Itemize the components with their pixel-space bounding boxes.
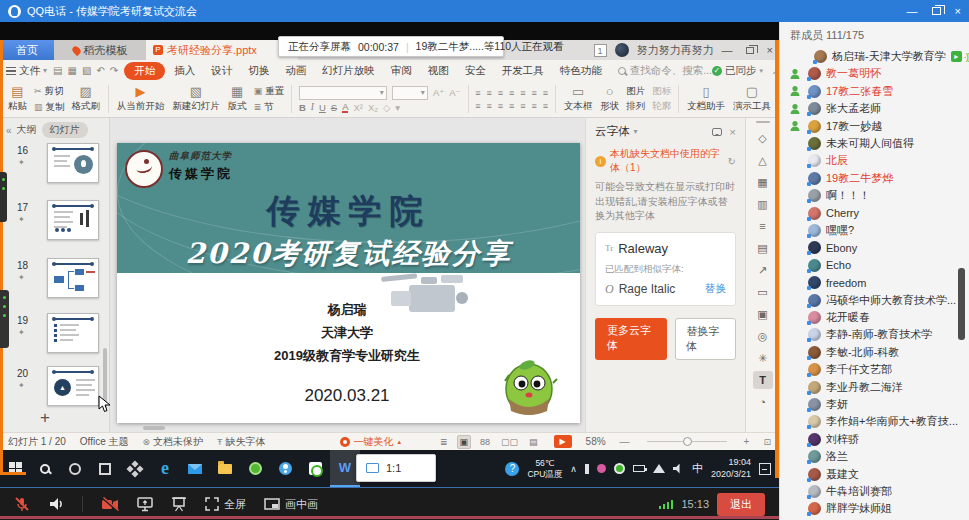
text-tool-icon[interactable]: T	[753, 371, 773, 389]
fit-screen-button[interactable]: ⊡	[763, 437, 771, 447]
theme-status[interactable]: Office 主题	[80, 435, 129, 449]
bullets-icon[interactable]: ≡	[475, 88, 480, 98]
member-row[interactable]: 17教二张春雪	[780, 83, 969, 100]
speaker-button[interactable]	[48, 496, 64, 512]
decor-icon[interactable]: ✳	[753, 349, 773, 367]
smart-align-icon[interactable]: ≡	[543, 101, 548, 111]
member-row[interactable]: 李千仟文艺部	[780, 361, 969, 378]
ribbon-tab[interactable]: 开发工具	[495, 62, 551, 80]
replace-link[interactable]: 替换	[705, 282, 726, 296]
wifi-tray-icon[interactable]	[653, 464, 665, 473]
command-search[interactable]: 查找命令、搜索...	[618, 64, 712, 78]
slideshow-view-icon[interactable]: ▤	[527, 436, 540, 448]
italic-button[interactable]: I	[311, 102, 314, 112]
strikethrough-button[interactable]: S	[331, 102, 337, 113]
font-name-select[interactable]: ▾	[299, 86, 387, 100]
member-row[interactable]: 教一葛明怀	[780, 65, 969, 82]
docked-toolbar-handle[interactable]	[0, 290, 9, 348]
ribbon-tab[interactable]: 幻灯片放映	[315, 62, 382, 80]
export-icon[interactable]: ↗	[753, 261, 773, 279]
columns-icon[interactable]: ≡	[543, 88, 548, 98]
shapes-button[interactable]: ○ 形状	[596, 85, 623, 113]
picture-tool-icon[interactable]: ▣	[753, 305, 773, 323]
numbering-icon[interactable]: ≡	[487, 88, 492, 98]
protection-status[interactable]: ⊗ 文档未保护	[143, 435, 204, 449]
help-tray-icon[interactable]: ?	[505, 462, 519, 476]
member-row[interactable]: 19教二牛梦烨	[780, 170, 969, 187]
replace-font-button[interactable]: 替换字体	[675, 318, 736, 360]
slide-thumbnail[interactable]	[47, 200, 99, 240]
member-row[interactable]: 北辰	[780, 152, 969, 169]
member-row[interactable]: 李敏-北师-科教	[780, 344, 969, 361]
arrange-button[interactable]: 排列	[626, 100, 645, 113]
member-row[interactable]: Ebony	[780, 239, 969, 256]
zoom-slider-knob[interactable]	[683, 437, 692, 446]
slides-tab[interactable]: 幻灯片	[42, 122, 88, 138]
taskbar-preview[interactable]: 1:1	[356, 454, 436, 482]
volume-tray-icon[interactable]	[673, 464, 684, 474]
outline-tab[interactable]: 大纲	[17, 123, 37, 137]
slide-thumbnail[interactable]	[47, 313, 99, 353]
icons-lib-button[interactable]: 图标	[652, 85, 671, 98]
drive-tray-icon[interactable]	[614, 463, 625, 474]
undo-icon[interactable]: ↶	[96, 65, 104, 76]
zoom-out-button[interactable]: —	[620, 436, 630, 447]
ribbon-tab[interactable]: 审阅	[384, 62, 419, 80]
doc-assistant-button[interactable]: ▯ 文档助手	[683, 85, 729, 113]
account-name[interactable]: 努力努力再努力	[637, 43, 714, 58]
start-button[interactable]	[0, 450, 30, 487]
camera-off-button[interactable]	[101, 497, 119, 512]
ime-indicator[interactable]: 中	[692, 461, 703, 476]
pip-button[interactable]: 画中画	[264, 497, 318, 512]
justify-icon[interactable]: ≡	[509, 101, 514, 111]
mail-app[interactable]	[180, 450, 210, 487]
slide-thumbnail[interactable]	[47, 258, 99, 298]
missing-font-status[interactable]: Ŧ 缺失字体	[217, 435, 266, 449]
tray-expand-icon[interactable]: ∧	[570, 464, 577, 474]
font-color-button[interactable]: A	[342, 102, 348, 113]
tab-document[interactable]: P 考研经验分享.pptx ×	[146, 40, 298, 60]
member-row[interactable]: 牛犇培训赛部	[780, 483, 969, 500]
feedback-icon[interactable]	[712, 128, 722, 136]
indent-increase-icon[interactable]: ≡	[509, 88, 514, 98]
slide-1[interactable]: 曲阜师范大学 传媒学院 传媒学院 2020考研复试经验分享	[117, 143, 580, 423]
indent-decrease-icon[interactable]: ≡	[498, 88, 503, 98]
copy-button[interactable]: ▥复制	[34, 101, 65, 114]
zoom-in-button[interactable]: +	[744, 436, 750, 447]
print-preview-icon[interactable]: ▧	[82, 65, 91, 76]
notes-view-icon[interactable]: ≣	[438, 436, 450, 448]
canvas-horizontal-scrollbar[interactable]	[143, 426, 165, 430]
slide-canvas[interactable]: 曲阜师范大学 传媒学院 传媒学院 2020考研复试经验分享	[110, 118, 585, 432]
highlight-button[interactable]: ◇	[383, 102, 390, 113]
play-from-current-button[interactable]: ▶ 从当前开始	[113, 85, 169, 113]
docked-toolbar-handle[interactable]	[0, 172, 7, 222]
new-slide-button[interactable]: ▧ 新建幻灯片	[168, 85, 224, 113]
cut-button[interactable]: ✂剪切	[34, 85, 65, 98]
present-tools-button[interactable]: ▢ 演示工具	[729, 85, 775, 113]
picture-button[interactable]: 图片	[626, 85, 645, 98]
text-direction-icon[interactable]: ≡	[532, 88, 537, 98]
wps-close-icon[interactable]: ×	[767, 44, 773, 56]
sorter-view-icon[interactable]: 88	[478, 436, 492, 448]
ribbon-tab[interactable]: 插入	[167, 62, 202, 80]
synced-button[interactable]: ✓ 已同步 ▾	[712, 64, 763, 78]
normal-view-icon[interactable]: ▣	[457, 435, 472, 449]
ribbon-tab[interactable]: 开始	[124, 62, 165, 80]
image-viewer[interactable]	[300, 450, 330, 487]
clock[interactable]: 19:04 2020/3/21	[711, 457, 751, 480]
wps-minimize-icon[interactable]: —	[722, 44, 733, 56]
zoom-level[interactable]: 58%	[586, 436, 606, 447]
superscript-button[interactable]: X²	[353, 102, 363, 113]
contacts-app[interactable]	[270, 450, 300, 487]
whiteboard-button[interactable]	[171, 497, 187, 512]
subscript-button[interactable]: X₂	[368, 102, 378, 113]
close-panel-icon[interactable]: ×	[729, 126, 736, 138]
member-row[interactable]: 李妍	[780, 396, 969, 413]
member-row[interactable]: 花开暖春	[780, 309, 969, 326]
slideshow-play-button[interactable]: ▶	[554, 435, 572, 448]
member-row[interactable]: 17教一妙越	[780, 118, 969, 135]
member-row[interactable]: 张大孟老师	[780, 100, 969, 117]
member-row[interactable]: Echo	[780, 257, 969, 274]
add-slide-button[interactable]: +	[40, 408, 50, 428]
reset-button[interactable]: ▣重置	[254, 85, 285, 98]
